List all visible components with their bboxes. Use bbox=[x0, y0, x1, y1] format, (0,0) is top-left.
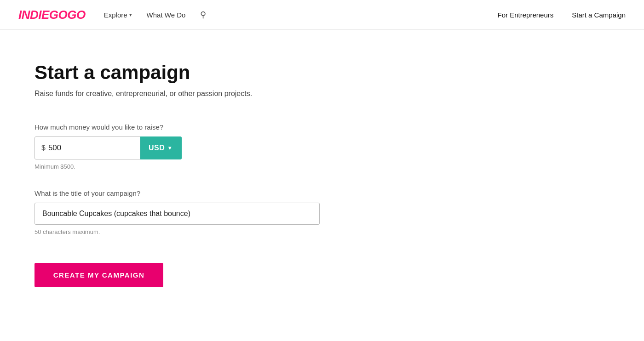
nav-what-we-do[interactable]: What We Do bbox=[147, 11, 186, 19]
navbar: INDIEGOGO Explore ▾ What We Do ⚲ For Ent… bbox=[0, 0, 644, 30]
chevron-down-icon: ▾ bbox=[129, 12, 132, 18]
nav-start-campaign[interactable]: Start a Campaign bbox=[572, 11, 626, 19]
nav-for-entrepreneurs[interactable]: For Entrepreneurs bbox=[498, 11, 554, 19]
explore-label: Explore bbox=[104, 11, 127, 19]
amount-input-wrapper: $ bbox=[34, 136, 140, 159]
create-campaign-button[interactable]: CREATE MY CAMPAIGN bbox=[34, 263, 163, 287]
currency-label: USD bbox=[149, 144, 165, 152]
amount-section: How much money would you like to raise? … bbox=[34, 123, 334, 170]
amount-hint: Minimum $500. bbox=[34, 163, 334, 170]
title-section: What is the title of your campaign? 50 c… bbox=[34, 189, 334, 235]
dollar-sign-icon: $ bbox=[41, 144, 46, 152]
page-subtitle: Raise funds for creative, entrepreneuria… bbox=[34, 90, 334, 98]
campaign-title-input[interactable] bbox=[34, 203, 320, 225]
amount-row: $ USD ▾ bbox=[34, 136, 334, 159]
page-title: Start a campaign bbox=[34, 62, 334, 83]
amount-input[interactable] bbox=[48, 143, 133, 153]
nav-left: Explore ▾ What We Do ⚲ bbox=[104, 10, 498, 20]
currency-chevron-icon: ▾ bbox=[168, 145, 172, 151]
amount-label: How much money would you like to raise? bbox=[34, 123, 334, 131]
currency-dropdown-button[interactable]: USD ▾ bbox=[140, 136, 182, 159]
what-we-do-label: What We Do bbox=[147, 11, 186, 19]
main-content: Start a campaign Raise funds for creativ… bbox=[0, 30, 368, 319]
nav-explore[interactable]: Explore ▾ bbox=[104, 11, 132, 19]
title-label: What is the title of your campaign? bbox=[34, 189, 334, 197]
logo[interactable]: INDIEGOGO bbox=[18, 8, 86, 22]
nav-right: For Entrepreneurs Start a Campaign bbox=[498, 11, 626, 19]
title-hint: 50 characters maximum. bbox=[34, 228, 334, 235]
search-icon[interactable]: ⚲ bbox=[200, 10, 206, 20]
